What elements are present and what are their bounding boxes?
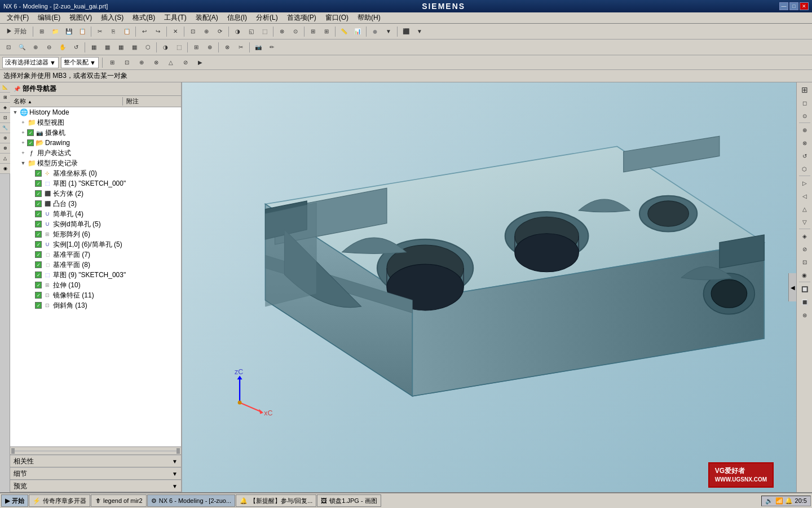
checkbox-boss[interactable] <box>35 200 42 207</box>
zoom-button[interactable]: 🔍 <box>16 41 28 54</box>
paste-button[interactable]: 📋 <box>121 25 133 38</box>
panel-preview[interactable]: 预览 ▼ <box>10 480 181 492</box>
rotate-button[interactable]: ↺ <box>70 41 82 54</box>
analysis-button[interactable]: 📊 <box>351 25 364 38</box>
delete-button[interactable]: ✕ <box>169 25 182 38</box>
menu-analysis[interactable]: 分析(L) <box>251 12 283 24</box>
origin-button[interactable]: ⊕ <box>204 41 216 54</box>
checkbox-camera[interactable] <box>27 129 34 136</box>
tree-item-history[interactable]: ▼ 📁 模型历史记录 <box>10 158 181 168</box>
filter-btn4[interactable]: ⊗ <box>150 56 162 69</box>
rt-btn-6[interactable]: ↺ <box>798 150 811 162</box>
tree-item-drawing[interactable]: + 📂 Drawing <box>10 138 181 148</box>
maximize-button[interactable]: □ <box>789 2 798 10</box>
expand-icon-0[interactable]: ▼ <box>11 108 19 116</box>
move-object-button[interactable]: ⊞ <box>307 25 319 38</box>
measure-button[interactable]: 📏 <box>338 25 350 38</box>
rt-btn-3[interactable]: ⊙ <box>798 110 811 122</box>
rt-btn-5[interactable]: ⊗ <box>798 137 811 149</box>
tree-item-camera[interactable]: + 📷 摄像机 <box>10 128 181 138</box>
checkbox-hole-inst-5[interactable] <box>35 221 42 227</box>
vert-tab-1[interactable]: 📐 <box>0 82 10 93</box>
tree-item-extrude-10[interactable]: ⊞ 拉伸 (10) <box>10 280 181 290</box>
snap-view-button[interactable]: 📷 <box>252 41 264 54</box>
filter-btn3[interactable]: ⊕ <box>135 56 148 69</box>
horizontal-scrollbar[interactable] <box>10 446 181 454</box>
panel-details[interactable]: 细节 ▼ <box>10 467 181 480</box>
menu-insert[interactable]: 插入(S) <box>96 12 128 24</box>
expand-icon-5[interactable]: ▼ <box>19 159 27 167</box>
chamfer-button[interactable]: ◱ <box>245 25 257 38</box>
checkbox-plane-8[interactable] <box>35 261 42 268</box>
redo-button[interactable]: ↪ <box>152 25 164 38</box>
shading-button[interactable]: ◑ <box>159 41 171 54</box>
start-taskbar-button[interactable]: ▶ 开始 <box>1 494 28 507</box>
menu-preferences[interactable]: 首选项(P) <box>283 12 321 24</box>
view-section-button[interactable]: ⊗ <box>221 41 233 54</box>
vert-tab-8[interactable]: △ <box>0 154 10 164</box>
checkbox-datum-csys[interactable] <box>35 170 42 177</box>
rt-btn-10[interactable]: △ <box>798 203 811 215</box>
boss-button[interactable]: ⊙ <box>289 25 302 38</box>
revolve-button[interactable]: ⟳ <box>214 25 226 38</box>
rt-btn-14[interactable]: ⊡ <box>798 256 811 268</box>
menu-file[interactable]: 文件(F) <box>2 12 33 24</box>
filter-btn6[interactable]: ⊘ <box>179 56 192 69</box>
tree-item-sketch-9[interactable]: ⬚ 草图 (9) "SKETCH_003" <box>10 270 181 280</box>
menu-info[interactable]: 信息(I) <box>223 12 251 24</box>
tree-item-datum-csys[interactable]: ⊹ 基准坐标系 (0) <box>10 168 181 178</box>
rt-btn-11[interactable]: ▽ <box>798 216 811 228</box>
tree-item-sketch-0[interactable]: ⬚ 草图 (1) "SKETCH_000" <box>10 178 181 189</box>
iso-view-button[interactable]: ⬡ <box>142 41 154 54</box>
vert-tab-2[interactable]: ⊞ <box>0 93 10 103</box>
menu-window[interactable]: 窗口(O) <box>321 12 353 24</box>
minimize-button[interactable]: — <box>779 2 788 10</box>
vert-tab-6[interactable]: ⊕ <box>0 133 10 143</box>
layer-button[interactable]: ⬛ <box>400 25 412 38</box>
right-view-button[interactable]: ▦ <box>128 41 140 54</box>
zoom-out-button[interactable]: ⊖ <box>43 41 55 54</box>
new-button[interactable]: ⊞ <box>36 25 48 38</box>
checkbox-extrude-10[interactable] <box>35 282 42 288</box>
checkbox-plane-7[interactable] <box>35 251 42 258</box>
clip-button[interactable]: ✂ <box>235 41 247 54</box>
checkbox-chamfer-13[interactable] <box>35 302 42 309</box>
tree-item-hole-4[interactable]: U 简单孔 (4) <box>10 209 181 219</box>
rt-btn-7[interactable]: ⬡ <box>798 163 811 175</box>
vert-tab-7[interactable]: ⊗ <box>0 143 10 154</box>
open-button[interactable]: 📁 <box>49 25 61 38</box>
save-all-button[interactable]: 📋 <box>76 25 89 38</box>
tree-item-block[interactable]: ⬛ 长方体 (2) <box>10 189 181 199</box>
taskbar-item-5[interactable]: 🖼 锁盘1.JPG - 画图 <box>317 494 381 507</box>
menu-view[interactable]: 视图(V) <box>65 12 96 24</box>
tree-item-chamfer-13[interactable]: ⊡ 倒斜角 (13) <box>10 300 181 310</box>
tree-item-history-mode[interactable]: ▼ 🌐 History Mode <box>10 107 181 117</box>
checkbox-sketch-0[interactable] <box>35 180 42 187</box>
filter-btn5[interactable]: △ <box>165 56 177 69</box>
save-button[interactable]: 💾 <box>63 25 75 38</box>
menu-help[interactable]: 帮助(H) <box>353 12 385 24</box>
pan-button[interactable]: ✋ <box>56 41 69 54</box>
vert-tab-5[interactable]: 🔧 <box>0 123 10 133</box>
filter-btn1[interactable]: ⊞ <box>106 56 118 69</box>
layer-drop[interactable]: ▼ <box>413 25 426 38</box>
expand-icon-1[interactable]: + <box>19 119 27 126</box>
zoom-in-button[interactable]: ⊕ <box>29 41 42 54</box>
filter-btn7[interactable]: ▶ <box>194 56 206 69</box>
vert-tab-3[interactable]: ◈ <box>0 103 10 113</box>
taskbar-item-1[interactable]: ⚡ 传奇序章多开器 <box>29 494 90 507</box>
cut-button[interactable]: ✂ <box>94 25 106 38</box>
extrude-button[interactable]: ⊕ <box>200 25 213 38</box>
expand-icon-3[interactable]: + <box>19 139 27 147</box>
menu-edit[interactable]: 编辑(E) <box>33 12 65 24</box>
menu-assembly[interactable]: 装配(A) <box>191 12 223 24</box>
tree-item-mirror-11[interactable]: ⊡ 镜像特征 (11) <box>10 290 181 300</box>
wireframe-button[interactable]: ⬚ <box>173 41 185 54</box>
back-view-button[interactable]: ▦ <box>101 41 113 54</box>
menu-format[interactable]: 格式(B) <box>128 12 160 24</box>
rt-btn-16[interactable]: 🔲 <box>798 283 811 295</box>
checkbox-drawing[interactable] <box>27 139 34 146</box>
rt-btn-4[interactable]: ⊕ <box>798 124 811 136</box>
rt-btn-18[interactable]: ⊛ <box>798 309 811 321</box>
rt-btn-17[interactable]: 🔳 <box>798 296 811 308</box>
